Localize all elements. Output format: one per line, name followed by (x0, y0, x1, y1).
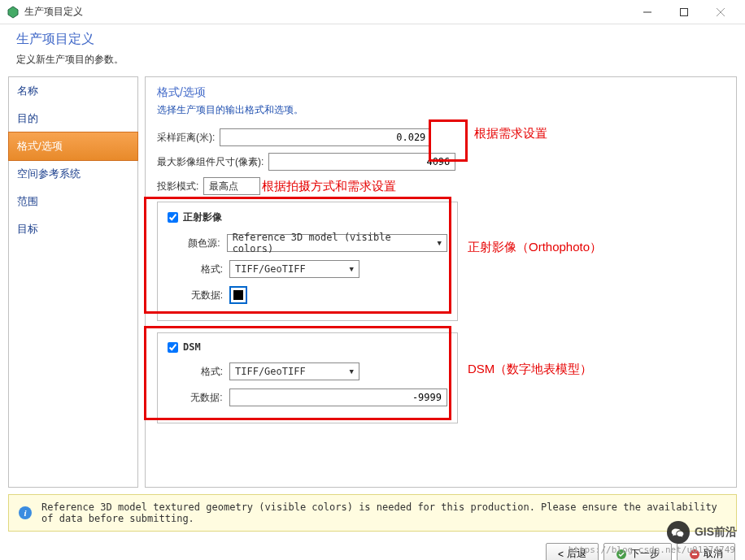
watermark-url: https://blog.csdn.net/u01374749 (569, 545, 735, 555)
dropdown-arrow-icon: ▼ (350, 367, 354, 376)
window-title: 生产项目定义 (24, 5, 629, 19)
sampling-row: 采样距离(米): (157, 128, 725, 146)
maxsize-label: 最大影像组件尺寸(像素): (157, 155, 264, 169)
dsm-group: DSM 格式: TIFF/GeoTIFF ▼ 无数据: (157, 332, 458, 423)
maximize-button[interactable] (665, 0, 702, 24)
chevron-left-icon: < (558, 549, 564, 560)
maxsize-row: 最大影像组件尺寸(像素): (157, 153, 725, 171)
maxsize-input[interactable] (268, 153, 455, 171)
ortho-format-select[interactable]: TIFF/GeoTIFF ▼ (229, 260, 359, 278)
info-icon: i (19, 506, 32, 519)
colorsrc-select[interactable]: Reference 3D model (visible colors) ▼ (227, 234, 447, 252)
content-panel: 格式/选项 选择生产项目的输出格式和选项。 采样距离(米): 最大影像组件尺寸(… (145, 76, 737, 488)
ortho-format-label: 格式: (182, 263, 223, 276)
watermark-brand: GIS前沿 (695, 525, 737, 540)
titlebar: 生产项目定义 (0, 0, 745, 24)
dsm-nodata-input[interactable] (229, 389, 447, 406)
annotation-dsm: DSM（数字地表模型） (468, 362, 592, 377)
main-area: 名称 目的 格式/选项 空间参考系统 范围 目标 格式/选项 选择生产项目的输出… (0, 76, 745, 488)
ortho-header: 正射影像 (168, 211, 447, 224)
info-text: Reference 3D model textured geometry (vi… (41, 501, 726, 524)
svg-rect-2 (680, 8, 687, 15)
svg-marker-0 (8, 7, 18, 18)
sidebar-item-srs[interactable]: 空间参考系统 (9, 160, 137, 188)
section-title: 格式/选项 (157, 85, 725, 100)
ortho-checkbox[interactable] (168, 212, 178, 223)
watermark: GIS前沿 (667, 521, 737, 544)
dsm-nodata-label: 无数据: (182, 391, 223, 405)
annotation-ortho: 正射影像（Orthophoto） (468, 240, 602, 255)
dsm-title: DSM (183, 341, 201, 353)
page-subtitle: 定义新生产项目的参数。 (16, 53, 729, 67)
projection-row: 投影模式: 最高点 根据拍摄方式和需求设置 (157, 177, 725, 195)
colorsrc-label: 颜色源: (182, 237, 220, 250)
minimize-button[interactable] (629, 0, 665, 24)
sidebar-item-target[interactable]: 目标 (9, 215, 137, 243)
dsm-format-value: TIFF/GeoTIFF (235, 366, 306, 377)
dropdown-arrow-icon: ▼ (350, 265, 354, 273)
dsm-format-label: 格式: (182, 365, 223, 379)
ortho-format-value: TIFF/GeoTIFF (235, 263, 306, 275)
sampling-input[interactable] (220, 128, 431, 146)
nodata-color-picker[interactable] (229, 286, 247, 304)
ortho-nodata-label: 无数据: (182, 289, 223, 302)
colorsrc-value: Reference 3D model (visible colors) (233, 232, 431, 254)
dropdown-arrow-icon: ▼ (438, 239, 442, 247)
dsm-header: DSM (168, 341, 447, 353)
wechat-icon (667, 521, 690, 544)
section-subtitle: 选择生产项目的输出格式和选项。 (157, 103, 725, 117)
ortho-group: 正射影像 颜色源: Reference 3D model (visible co… (157, 202, 458, 321)
app-icon (7, 6, 20, 19)
sidebar-item-extent[interactable]: 范围 (9, 188, 137, 215)
page-header: 生产项目定义 定义新生产项目的参数。 (0, 24, 745, 76)
sampling-label: 采样距离(米): (157, 131, 215, 145)
page-title: 生产项目定义 (16, 31, 729, 48)
window-controls (629, 0, 738, 24)
color-swatch-inner (233, 290, 243, 300)
projection-value: 最高点 (209, 180, 238, 193)
annotation-projection: 根据拍摄方式和需求设置 (262, 179, 396, 194)
projection-select[interactable]: 最高点 (203, 177, 260, 195)
ortho-title: 正射影像 (183, 211, 222, 224)
sidebar-item-purpose[interactable]: 目的 (9, 105, 137, 132)
close-button[interactable] (702, 0, 738, 24)
sidebar-item-format[interactable]: 格式/选项 (8, 132, 138, 161)
dsm-checkbox[interactable] (168, 342, 178, 353)
sidebar: 名称 目的 格式/选项 空间参考系统 范围 目标 (8, 76, 138, 488)
dsm-format-select[interactable]: TIFF/GeoTIFF ▼ (229, 362, 359, 380)
info-bar: i Reference 3D model textured geometry (… (8, 494, 737, 532)
projection-label: 投影模式: (157, 180, 198, 193)
sidebar-item-name[interactable]: 名称 (9, 77, 137, 105)
